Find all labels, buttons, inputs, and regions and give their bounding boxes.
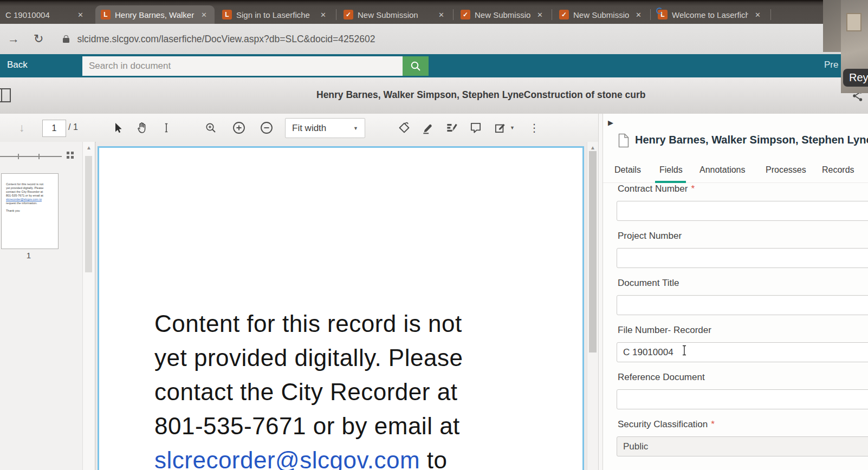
- zoom-in-button[interactable]: [230, 114, 248, 142]
- document-title-field[interactable]: [617, 295, 868, 315]
- forward-icon[interactable]: →: [8, 33, 20, 45]
- email-link[interactable]: slcrecorder@slcgov.com: [154, 447, 420, 470]
- tab-annotations[interactable]: Annotations: [699, 165, 746, 175]
- close-icon[interactable]: ✕: [199, 10, 209, 19]
- tab-fields[interactable]: Fields: [659, 165, 683, 175]
- panel-splitter[interactable]: [598, 114, 603, 470]
- forms-check-favicon-icon: ✓: [344, 10, 353, 19]
- close-icon[interactable]: ✕: [633, 10, 644, 19]
- redact-lines-icon: [445, 121, 459, 135]
- browser-tab[interactable]: L Sign in to Laserfiche ✕: [217, 5, 334, 24]
- slider-tick: [18, 154, 19, 159]
- field-label: Document Title: [618, 278, 682, 289]
- chevron-down-icon: ▼: [510, 125, 515, 130]
- thumbnail-panel: Content for this record is not yet provi…: [0, 142, 95, 470]
- required-asterisk: *: [711, 419, 715, 429]
- file-number-recorder-field[interactable]: [617, 342, 868, 362]
- redaction-tool-button[interactable]: [442, 114, 462, 142]
- browser-tab[interactable]: C 19010004 ✕: [0, 5, 91, 24]
- zoom-mode-value: Fit width: [292, 123, 326, 134]
- sticky-note-tool-button[interactable]: [466, 114, 485, 142]
- close-icon[interactable]: ✕: [535, 10, 545, 19]
- select-tool-button[interactable]: [108, 114, 127, 142]
- zoom-mode-dropdown[interactable]: Fit width ▼: [285, 118, 365, 138]
- field-label: Security Classification*: [618, 419, 715, 430]
- browser-tab-bar: C 19010004 ✕ L Henry Barnes, Walker ✕ L …: [0, 0, 868, 24]
- highlighter-tool-button[interactable]: [418, 114, 438, 142]
- search-button[interactable]: [403, 56, 429, 76]
- laserfiche-app-bar: Back Pre: [0, 54, 868, 77]
- browser-tab[interactable]: ✓ New Submission ✕: [554, 5, 649, 24]
- close-icon[interactable]: ✕: [75, 10, 86, 19]
- stamp-tool-button[interactable]: [394, 114, 414, 142]
- preview-button[interactable]: Pre: [824, 60, 838, 70]
- close-icon[interactable]: ✕: [753, 10, 763, 19]
- thumbnail-text: Content for this record is not yet provi…: [2, 174, 58, 213]
- grid-view-icon[interactable]: [67, 152, 74, 159]
- scrollbar-thumb[interactable]: [589, 151, 597, 352]
- close-icon[interactable]: ✕: [436, 10, 446, 19]
- download-pages-button[interactable]: ↓: [13, 114, 30, 142]
- tab-title: Welcome to Laserfich: [672, 10, 748, 19]
- scrollbar-thumb[interactable]: [85, 156, 92, 272]
- stamp-icon: [397, 121, 411, 135]
- tab-title: New Submission: [573, 10, 629, 19]
- tab-details[interactable]: Details: [614, 165, 641, 175]
- plus-circle-icon: [232, 121, 246, 135]
- scroll-up-icon[interactable]: ▲: [83, 145, 95, 151]
- tab-separator: [336, 9, 336, 20]
- text-cursor-icon: [682, 345, 687, 358]
- metadata-panel: ▶ Henry Barnes, Walker Simpson, Stephen …: [603, 114, 868, 470]
- hand-icon: [136, 121, 149, 134]
- page-total-label: / 1: [68, 122, 78, 132]
- scroll-up-icon[interactable]: ▲: [587, 145, 598, 151]
- contract-number-field[interactable]: [617, 201, 868, 221]
- document-viewer: Content for this record is not yet provi…: [96, 142, 587, 470]
- collapse-panel-icon[interactable]: ▶: [608, 119, 613, 127]
- search-input[interactable]: [82, 56, 403, 76]
- refresh-icon[interactable]: ↻: [34, 33, 43, 45]
- browser-tab[interactable]: ✓ New Submission ✕: [338, 5, 452, 24]
- laserfiche-favicon-icon: L: [222, 10, 232, 19]
- viewer-toolbar: ↓ / 1: [0, 114, 598, 142]
- lock-icon: [63, 38, 69, 43]
- magnifier-plus-icon: [204, 121, 217, 134]
- security-classification-select[interactable]: Public: [617, 436, 868, 456]
- thumbnail-scrollbar[interactable]: ▲: [82, 142, 95, 470]
- chevron-down-icon: ▼: [353, 126, 358, 131]
- back-button[interactable]: Back: [7, 60, 28, 70]
- document-icon: [618, 133, 629, 150]
- viewer-scrollbar[interactable]: ▲: [587, 142, 598, 470]
- edit-annotation-tool-button[interactable]: ▼: [490, 114, 518, 142]
- tab-records[interactable]: Records: [822, 165, 854, 175]
- close-icon[interactable]: ✕: [318, 10, 328, 19]
- thumbnail-size-slider[interactable]: [0, 156, 62, 157]
- browser-tab-active[interactable]: L Henry Barnes, Walker ✕: [95, 5, 215, 24]
- tab-title: New Submission: [475, 10, 530, 19]
- pan-tool-button[interactable]: [133, 114, 152, 142]
- browser-tab[interactable]: L Welcome to Laserfich ✕: [652, 5, 768, 24]
- text-select-tool-button[interactable]: [158, 114, 174, 142]
- zoom-region-button[interactable]: [202, 114, 220, 142]
- forms-check-favicon-icon: ✓: [559, 10, 569, 19]
- project-number-field[interactable]: [617, 248, 868, 268]
- document-title: Henry Barnes, Walker Simpson, Stephen Ly…: [316, 89, 649, 101]
- page-thumbnail[interactable]: Content for this record is not yet provi…: [1, 173, 59, 249]
- document-text-line: Content for this record is not: [154, 310, 462, 337]
- zoom-out-button[interactable]: [257, 114, 276, 142]
- picture-frame: [846, 13, 861, 31]
- address-bar[interactable]: slcidme.slcgov.com/laserfiche/DocView.as…: [63, 34, 375, 45]
- cursor-arrow-icon: [111, 121, 124, 134]
- tab-title: Henry Barnes, Walker: [115, 10, 195, 19]
- page-number-input[interactable]: [42, 120, 66, 137]
- browser-tab[interactable]: ✓ New Submission ✕: [455, 5, 550, 24]
- reference-document-field[interactable]: [617, 389, 868, 409]
- toggle-pane-icon[interactable]: [0, 88, 11, 102]
- thumbnail-page-number: 1: [0, 251, 57, 260]
- field-label: File Number- Recorder: [618, 325, 715, 336]
- minus-circle-icon: [260, 121, 274, 135]
- panel-tabs: Details Fields Annotations Processes Rec…: [603, 160, 868, 183]
- tab-processes[interactable]: Processes: [766, 165, 806, 175]
- more-options-icon[interactable]: ⋮: [527, 114, 542, 142]
- document-page[interactable]: Content for this record is not yet provi…: [98, 146, 584, 470]
